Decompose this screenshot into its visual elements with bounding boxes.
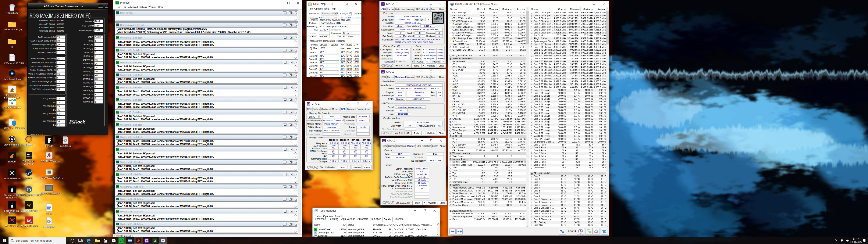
svg-text:2-1: 2-1: [315, 228, 317, 231]
svg-text:SUPER: SUPER: [8, 99, 16, 101]
svg-text:1: 1: [865, 241, 866, 242]
svg-text:EPIC: EPIC: [27, 154, 31, 155]
svg-text:π: π: [11, 101, 13, 105]
svg-text:GAMES: GAMES: [26, 156, 32, 157]
svg-text:P: P: [122, 239, 123, 240]
svg-text:W: W: [27, 203, 31, 208]
